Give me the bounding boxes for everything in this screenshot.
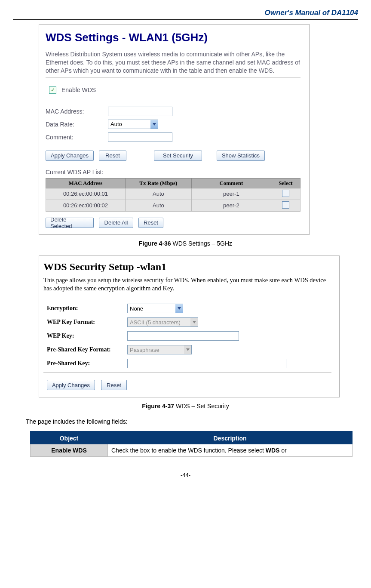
mac-address-label: MAC Address:: [46, 108, 108, 115]
psk-format-select: Passphrase: [127, 345, 192, 354]
psk-format-label: Pre-Shared Key Format:: [43, 346, 127, 353]
dropdown-arrow-icon: [184, 345, 191, 354]
data-rate-value: Auto: [108, 121, 150, 127]
cell-mac: 00:26:ec:00:00:02: [46, 200, 126, 211]
delete-selected-button[interactable]: Delete Selected: [46, 218, 94, 228]
apply-changes-button-2[interactable]: Apply Changes: [47, 380, 95, 390]
psk-input[interactable]: [127, 359, 286, 368]
dropdown-arrow-icon: [150, 120, 158, 129]
page-header-title: Owner's Manual of DA1104: [13, 9, 358, 17]
enable-wds-label: Enable WDS: [61, 86, 96, 93]
delete-all-button[interactable]: Delete All: [99, 218, 133, 228]
reset-button[interactable]: Reset: [99, 151, 126, 161]
cell-comment: peer-2: [191, 200, 271, 211]
wep-format-label: WEP Key Format:: [43, 319, 127, 326]
security-title: WDS Security Setup -wlan1: [43, 261, 331, 273]
dropdown-arrow-icon: [190, 318, 198, 326]
th-description: Description: [108, 433, 353, 444]
th-rate: Tx Rate (Mbps): [125, 178, 191, 188]
security-description: This page allows you setup the wireless …: [43, 276, 331, 292]
show-statistics-button[interactable]: Show Statistics: [217, 151, 265, 161]
dropdown-arrow-icon: [175, 304, 183, 313]
cell-rate: Auto: [125, 200, 191, 211]
wds-security-screenshot: WDS Security Setup -wlan1 This page allo…: [39, 256, 340, 398]
header-divider: [13, 19, 358, 20]
wds-description: Wireless Distribution System uses wirele…: [46, 50, 300, 75]
wds-title: WDS Settings - WLAN1 (5GHz): [46, 31, 300, 44]
encryption-label: Encryption:: [43, 305, 127, 312]
page-number: -44-: [13, 472, 358, 478]
wep-key-input[interactable]: [127, 331, 239, 341]
wep-format-select: ASCII (5 characters): [127, 317, 198, 327]
th-mac: MAC Address: [46, 178, 126, 188]
cell-mac: 00:26:ec:00:00:01: [46, 188, 126, 200]
wep-format-value: ASCII (5 characters): [128, 319, 190, 326]
table-row: Enable WDS Check the box to enable the W…: [31, 444, 353, 457]
cell-comment: peer-1: [191, 188, 271, 200]
reset-list-button[interactable]: Reset: [138, 218, 163, 228]
data-rate-label: Data Rate:: [46, 121, 108, 128]
th-select: Select: [271, 178, 300, 188]
comment-input[interactable]: [108, 132, 172, 142]
object-description-table-wrap: Object Description Enable WDS Check the …: [30, 431, 353, 457]
current-list-label: Current WDS AP List:: [46, 169, 300, 175]
data-rate-select[interactable]: Auto: [108, 120, 158, 129]
encryption-select[interactable]: None: [127, 304, 183, 313]
th-comment: Comment: [191, 178, 271, 188]
encryption-value: None: [128, 305, 175, 312]
object-cell: Enable WDS: [31, 444, 108, 457]
mac-address-input[interactable]: [108, 107, 172, 116]
figure-caption-2: Figure 4-37 WDS – Set Security: [13, 403, 358, 409]
select-row-checkbox[interactable]: [282, 190, 289, 197]
th-object: Object: [31, 433, 108, 444]
object-description-table: Object Description Enable WDS Check the …: [30, 432, 353, 457]
table-row: 00:26:ec:00:00:02 Auto peer-2: [46, 200, 300, 211]
psk-label: Pre-Shared Key:: [43, 360, 127, 367]
divider: [46, 77, 300, 78]
table-row: 00:26:ec:00:00:01 Auto peer-1: [46, 188, 300, 200]
enable-wds-checkbox[interactable]: ✓: [49, 86, 56, 94]
select-row-checkbox[interactable]: [282, 201, 289, 209]
figure-caption-1: Figure 4-36 WDS Settings – 5GHz: [13, 240, 358, 247]
psk-format-value: Passphrase: [128, 347, 184, 353]
description-cell: Check the box to enable the WDS function…: [108, 444, 353, 457]
wds-ap-table: MAC Address Tx Rate (Mbps) Comment Selec…: [46, 178, 300, 212]
comment-label: Comment:: [46, 134, 108, 141]
divider: [43, 294, 331, 294]
fields-intro: The page includes the following fields:: [26, 418, 358, 425]
reset-button-2[interactable]: Reset: [101, 380, 127, 390]
wds-settings-screenshot: WDS Settings - WLAN1 (5GHz) Wireless Dis…: [39, 24, 310, 235]
set-security-button[interactable]: Set Security: [154, 151, 202, 161]
wep-key-label: WEP Key:: [43, 332, 127, 339]
divider: [43, 373, 331, 373]
apply-changes-button[interactable]: Apply Changes: [46, 151, 94, 161]
cell-rate: Auto: [125, 188, 191, 200]
